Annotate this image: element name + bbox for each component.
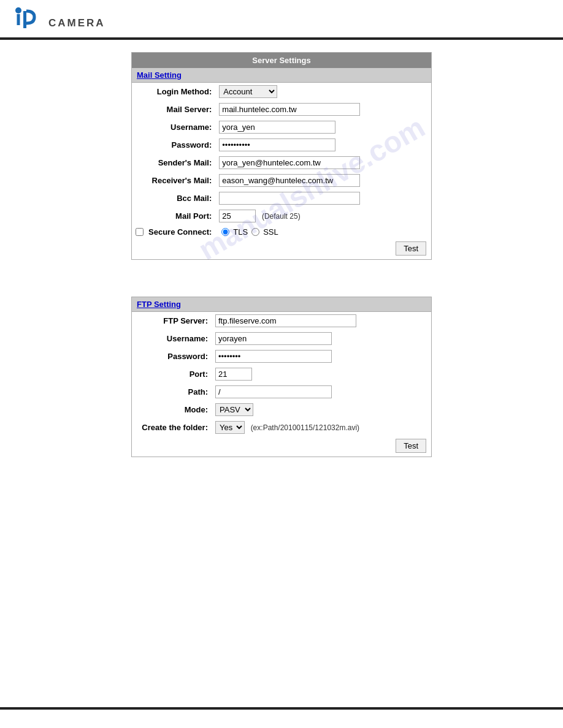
password-label: Password: (132, 136, 215, 154)
server-settings-title: Server Settings (132, 53, 431, 68)
mail-username-input[interactable] (219, 121, 335, 134)
ftp-username-input[interactable] (215, 332, 332, 345)
footer-divider (0, 707, 563, 710)
password-row: Password: (132, 136, 431, 154)
ssl-radio[interactable] (251, 228, 259, 236)
username-row: Username: (132, 118, 431, 136)
ftp-port-row: Port: (132, 365, 431, 383)
ftp-mode-row: Mode: PASV PORT (132, 401, 431, 419)
secure-connect-label: Secure Connect: (148, 227, 212, 237)
bcc-mail-input[interactable] (219, 192, 360, 205)
ftp-setting-header: FTP Setting (132, 297, 431, 312)
receivers-mail-label: Receiver's Mail: (132, 172, 215, 189)
ftp-server-row: FTP Server: (132, 312, 431, 330)
mail-setting-label: Mail Setting (137, 70, 182, 80)
ftp-username-row: Username: (132, 330, 431, 347)
mail-server-row: Mail Server: (132, 100, 431, 118)
ftp-password-input[interactable] (215, 350, 332, 363)
ftp-port-label: Port: (132, 365, 212, 383)
ftp-mode-label: Mode: (132, 401, 212, 419)
mail-server-input[interactable] (219, 103, 360, 116)
login-method-row: Login Method: Account Anonymous None (132, 83, 431, 100)
ftp-setting-label: FTP Setting (137, 300, 181, 309)
receivers-mail-row: Receiver's Mail: (132, 172, 431, 189)
ip-logo-svg (12, 6, 46, 34)
ftp-create-folder-hint: (ex:Path/20100115/121032m.avi) (251, 423, 359, 432)
username-label: Username: (132, 118, 215, 136)
ftp-server-label: FTP Server: (132, 312, 212, 330)
login-method-label: Login Method: (132, 83, 215, 100)
bcc-mail-label: Bcc Mail: (132, 189, 215, 207)
header: CAMERA (0, 0, 563, 34)
senders-mail-label: Sender's Mail: (132, 154, 215, 172)
senders-mail-input[interactable] (219, 156, 360, 169)
server-settings-panel: Server Settings Mail Setting Login Metho… (131, 52, 432, 260)
ftp-path-label: Path: (132, 383, 212, 401)
ftp-create-folder-select[interactable]: Yes No (215, 421, 245, 434)
mail-test-btn-row: Test (132, 239, 431, 259)
main-content: Server Settings Mail Setting Login Metho… (0, 40, 563, 506)
ssl-label: SSL (263, 227, 278, 237)
login-method-select[interactable]: Account Anonymous None (219, 85, 277, 98)
svg-rect-1 (17, 14, 20, 25)
mail-server-label: Mail Server: (132, 100, 215, 118)
secure-connect-row: Secure Connect: TLS SSL (132, 225, 431, 239)
ftp-test-btn-row: Test (132, 436, 431, 457)
svg-rect-2 (23, 11, 26, 28)
svg-point-0 (15, 7, 21, 13)
mail-password-input[interactable] (219, 138, 335, 151)
ftp-username-label: Username: (132, 330, 212, 347)
ftp-path-input[interactable] (215, 385, 332, 398)
camera-text: CAMERA (48, 17, 105, 29)
mail-setting-header: Mail Setting (132, 68, 431, 83)
mail-settings-table: Login Method: Account Anonymous None Mai… (132, 83, 431, 239)
mail-test-button[interactable]: Test (396, 241, 426, 256)
ftp-settings-panel: FTP Setting FTP Server: Username: Passwo… (131, 297, 432, 457)
ftp-test-button[interactable]: Test (396, 439, 426, 453)
mail-port-row: Mail Port: (Default 25) (132, 207, 431, 225)
ftp-create-folder-label: Create the folder: (132, 419, 212, 436)
tls-ssl-group: TLS SSL (221, 227, 427, 237)
ftp-settings-table: FTP Server: Username: Password: Port: (132, 312, 431, 436)
mail-port-hint: (Default 25) (262, 212, 301, 221)
ftp-password-row: Password: (132, 347, 431, 365)
ftp-port-input[interactable] (215, 368, 252, 381)
ftp-mode-select[interactable]: PASV PORT (215, 403, 253, 416)
receivers-mail-input[interactable] (219, 174, 360, 187)
secure-connect-checkbox[interactable] (136, 228, 144, 236)
ftp-path-row: Path: (132, 383, 431, 401)
ftp-password-label: Password: (132, 347, 212, 365)
senders-mail-row: Sender's Mail: (132, 154, 431, 172)
bcc-mail-row: Bcc Mail: (132, 189, 431, 207)
tls-label: TLS (233, 227, 248, 237)
logo-container: CAMERA (12, 6, 105, 34)
ftp-create-folder-row: Create the folder: Yes No (ex:Path/20100… (132, 419, 431, 436)
tls-radio[interactable] (221, 228, 229, 236)
ftp-server-input[interactable] (215, 314, 356, 327)
secure-connect-group: Secure Connect: (136, 227, 212, 237)
mail-port-input[interactable] (219, 210, 256, 222)
mail-port-label: Mail Port: (132, 207, 215, 225)
